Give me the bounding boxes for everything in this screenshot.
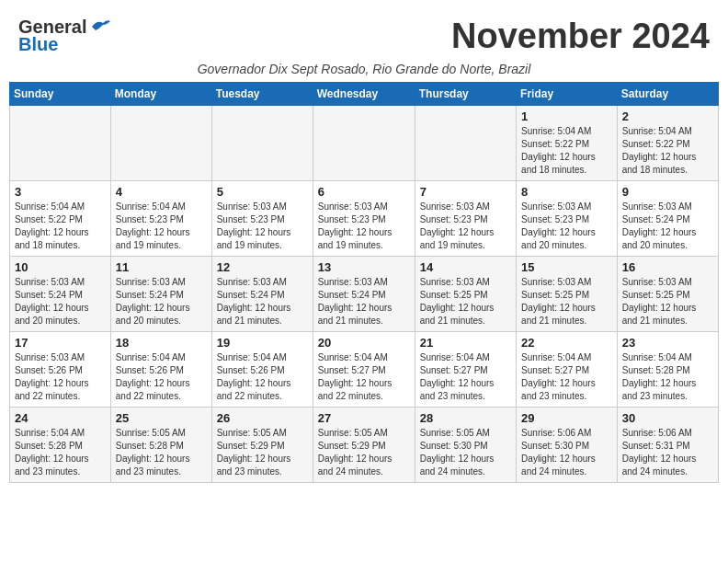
calendar-cell: 22Sunrise: 5:04 AM Sunset: 5:27 PM Dayli…	[517, 332, 618, 408]
day-info: Sunrise: 5:06 AM Sunset: 5:31 PM Dayligh…	[622, 427, 713, 478]
day-number: 25	[116, 411, 207, 425]
day-info: Sunrise: 5:06 AM Sunset: 5:30 PM Dayligh…	[521, 427, 612, 478]
day-info: Sunrise: 5:03 AM Sunset: 5:24 PM Dayligh…	[15, 276, 106, 327]
calendar-table: SundayMondayTuesdayWednesdayThursdayFrid…	[9, 82, 719, 483]
calendar-cell: 5Sunrise: 5:03 AM Sunset: 5:23 PM Daylig…	[211, 181, 313, 257]
day-number: 17	[15, 336, 106, 350]
calendar-cell	[415, 106, 516, 181]
calendar-cell: 27Sunrise: 5:05 AM Sunset: 5:29 PM Dayli…	[313, 408, 415, 483]
page-header: General Blue November 2024	[9, 9, 719, 60]
day-info: Sunrise: 5:04 AM Sunset: 5:27 PM Dayligh…	[420, 351, 511, 403]
day-number: 3	[15, 185, 106, 199]
calendar-cell: 30Sunrise: 5:06 AM Sunset: 5:31 PM Dayli…	[617, 408, 718, 483]
calendar-cell: 11Sunrise: 5:03 AM Sunset: 5:24 PM Dayli…	[110, 257, 211, 332]
week-row-5: 24Sunrise: 5:04 AM Sunset: 5:28 PM Dayli…	[10, 408, 719, 483]
logo-blue: Blue	[18, 34, 58, 55]
calendar-cell: 16Sunrise: 5:03 AM Sunset: 5:25 PM Dayli…	[617, 257, 718, 332]
day-info: Sunrise: 5:04 AM Sunset: 5:22 PM Dayligh…	[622, 125, 713, 177]
day-number: 24	[15, 411, 106, 425]
day-number: 23	[622, 336, 713, 350]
calendar-header: SundayMondayTuesdayWednesdayThursdayFrid…	[10, 83, 719, 106]
day-number: 28	[420, 411, 511, 425]
calendar-cell	[211, 106, 313, 181]
weekday-header-wednesday: Wednesday	[313, 83, 415, 106]
day-info: Sunrise: 5:04 AM Sunset: 5:27 PM Dayligh…	[318, 351, 410, 403]
day-info: Sunrise: 5:03 AM Sunset: 5:25 PM Dayligh…	[420, 276, 511, 327]
calendar-cell: 12Sunrise: 5:03 AM Sunset: 5:24 PM Dayli…	[211, 257, 313, 332]
day-info: Sunrise: 5:04 AM Sunset: 5:28 PM Dayligh…	[15, 427, 106, 478]
calendar-cell: 26Sunrise: 5:05 AM Sunset: 5:29 PM Dayli…	[211, 408, 313, 483]
weekday-header-friday: Friday	[517, 83, 618, 106]
day-number: 26	[217, 411, 308, 425]
calendar-cell: 14Sunrise: 5:03 AM Sunset: 5:25 PM Dayli…	[415, 257, 516, 332]
day-info: Sunrise: 5:03 AM Sunset: 5:24 PM Dayligh…	[318, 276, 410, 327]
day-number: 18	[116, 336, 207, 350]
week-row-2: 3Sunrise: 5:04 AM Sunset: 5:22 PM Daylig…	[10, 181, 719, 257]
day-info: Sunrise: 5:03 AM Sunset: 5:23 PM Dayligh…	[420, 201, 511, 252]
logo: General Blue	[18, 17, 110, 55]
day-number: 9	[622, 185, 713, 199]
day-info: Sunrise: 5:03 AM Sunset: 5:25 PM Dayligh…	[622, 276, 713, 327]
day-info: Sunrise: 5:03 AM Sunset: 5:24 PM Dayligh…	[217, 276, 308, 327]
day-info: Sunrise: 5:04 AM Sunset: 5:22 PM Dayligh…	[15, 201, 106, 252]
week-row-4: 17Sunrise: 5:03 AM Sunset: 5:26 PM Dayli…	[10, 332, 719, 408]
day-info: Sunrise: 5:04 AM Sunset: 5:22 PM Dayligh…	[521, 125, 612, 177]
day-number: 20	[318, 336, 410, 350]
day-info: Sunrise: 5:05 AM Sunset: 5:29 PM Dayligh…	[217, 427, 308, 478]
calendar-cell: 13Sunrise: 5:03 AM Sunset: 5:24 PM Dayli…	[313, 257, 415, 332]
calendar-cell: 8Sunrise: 5:03 AM Sunset: 5:23 PM Daylig…	[517, 181, 618, 257]
calendar-cell: 10Sunrise: 5:03 AM Sunset: 5:24 PM Dayli…	[10, 257, 111, 332]
day-number: 30	[622, 411, 713, 425]
weekday-header-tuesday: Tuesday	[211, 83, 313, 106]
calendar-cell: 17Sunrise: 5:03 AM Sunset: 5:26 PM Dayli…	[10, 332, 111, 408]
calendar-cell: 4Sunrise: 5:04 AM Sunset: 5:23 PM Daylig…	[110, 181, 211, 257]
day-number: 14	[420, 260, 511, 274]
day-info: Sunrise: 5:03 AM Sunset: 5:24 PM Dayligh…	[116, 276, 207, 327]
day-number: 7	[420, 185, 511, 199]
day-number: 1	[521, 109, 612, 123]
calendar-cell: 24Sunrise: 5:04 AM Sunset: 5:28 PM Dayli…	[10, 408, 111, 483]
day-info: Sunrise: 5:04 AM Sunset: 5:26 PM Dayligh…	[217, 351, 308, 403]
day-info: Sunrise: 5:04 AM Sunset: 5:27 PM Dayligh…	[521, 351, 612, 403]
day-number: 21	[420, 336, 511, 350]
calendar-cell: 7Sunrise: 5:03 AM Sunset: 5:23 PM Daylig…	[415, 181, 516, 257]
day-number: 27	[318, 411, 410, 425]
day-number: 29	[521, 411, 612, 425]
calendar-cell: 9Sunrise: 5:03 AM Sunset: 5:24 PM Daylig…	[617, 181, 718, 257]
day-info: Sunrise: 5:04 AM Sunset: 5:26 PM Dayligh…	[116, 351, 207, 403]
logo-bird-icon	[90, 17, 110, 34]
day-info: Sunrise: 5:03 AM Sunset: 5:23 PM Dayligh…	[217, 201, 308, 252]
calendar-cell: 15Sunrise: 5:03 AM Sunset: 5:25 PM Dayli…	[517, 257, 618, 332]
day-number: 5	[217, 185, 308, 199]
calendar-cell: 1Sunrise: 5:04 AM Sunset: 5:22 PM Daylig…	[517, 106, 618, 181]
day-number: 6	[318, 185, 410, 199]
day-number: 13	[318, 260, 410, 274]
calendar-cell: 21Sunrise: 5:04 AM Sunset: 5:27 PM Dayli…	[415, 332, 516, 408]
day-number: 8	[521, 185, 612, 199]
day-info: Sunrise: 5:03 AM Sunset: 5:25 PM Dayligh…	[521, 276, 612, 327]
weekday-header-thursday: Thursday	[415, 83, 516, 106]
day-number: 11	[116, 260, 207, 274]
calendar-cell: 2Sunrise: 5:04 AM Sunset: 5:22 PM Daylig…	[617, 106, 718, 181]
week-row-1: 1Sunrise: 5:04 AM Sunset: 5:22 PM Daylig…	[10, 106, 719, 181]
day-number: 10	[15, 260, 106, 274]
week-row-3: 10Sunrise: 5:03 AM Sunset: 5:24 PM Dayli…	[10, 257, 719, 332]
weekday-header-sunday: Sunday	[10, 83, 111, 106]
day-number: 2	[622, 109, 713, 123]
day-info: Sunrise: 5:03 AM Sunset: 5:24 PM Dayligh…	[622, 201, 713, 252]
day-info: Sunrise: 5:05 AM Sunset: 5:30 PM Dayligh…	[420, 427, 511, 478]
calendar-cell: 29Sunrise: 5:06 AM Sunset: 5:30 PM Dayli…	[517, 408, 618, 483]
subtitle: Governador Dix Sept Rosado, Rio Grande d…	[9, 60, 719, 82]
day-info: Sunrise: 5:05 AM Sunset: 5:29 PM Dayligh…	[318, 427, 410, 478]
calendar-cell: 25Sunrise: 5:05 AM Sunset: 5:28 PM Dayli…	[110, 408, 211, 483]
day-info: Sunrise: 5:04 AM Sunset: 5:23 PM Dayligh…	[116, 201, 207, 252]
day-number: 16	[622, 260, 713, 274]
weekday-header-saturday: Saturday	[617, 83, 718, 106]
day-number: 19	[217, 336, 308, 350]
calendar-cell	[110, 106, 211, 181]
calendar-cell	[313, 106, 415, 181]
calendar-cell: 6Sunrise: 5:03 AM Sunset: 5:23 PM Daylig…	[313, 181, 415, 257]
day-info: Sunrise: 5:03 AM Sunset: 5:26 PM Dayligh…	[15, 351, 106, 403]
day-number: 12	[217, 260, 308, 274]
weekday-header-monday: Monday	[110, 83, 211, 106]
